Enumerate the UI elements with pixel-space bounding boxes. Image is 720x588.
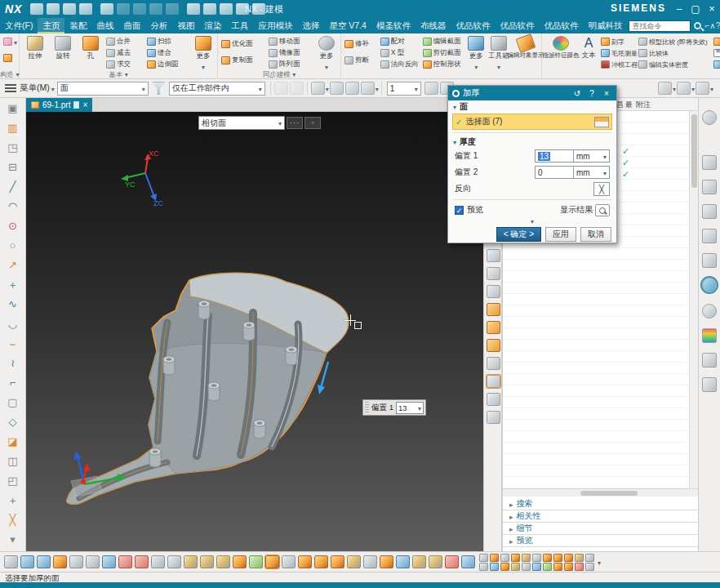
revolve-tool-icon[interactable]: ◳	[4, 140, 22, 158]
face-mode-icon[interactable]	[265, 555, 279, 568]
assign-feature-color-button[interactable]: 指派特征颜色	[544, 34, 578, 60]
paste-icon[interactable]	[166, 3, 179, 15]
section-view-icon[interactable]	[249, 555, 263, 568]
group-label-basic[interactable]: 基本	[20, 70, 217, 79]
mini-icon[interactable]	[543, 563, 552, 571]
dialog-help-icon[interactable]	[586, 89, 598, 98]
select-all-icon[interactable]	[274, 82, 288, 95]
show-hide-eye-icon[interactable]	[487, 375, 500, 388]
constraint-navigator-icon[interactable]	[702, 180, 717, 194]
assembly-navigator-icon[interactable]	[702, 155, 717, 170]
feature-tool-icon-4[interactable]	[487, 303, 500, 316]
trim-tool-icon[interactable]	[429, 555, 442, 568]
profile-icon[interactable]: ⌐	[4, 375, 22, 393]
tab-selection[interactable]: 选择	[297, 18, 324, 33]
move-face-button[interactable]: 移动面	[267, 36, 314, 47]
pencil-tool-icon[interactable]	[4, 555, 18, 568]
point-icon[interactable]: ＋	[4, 277, 22, 295]
refresh-strip-icon[interactable]	[487, 411, 500, 424]
preview-checkbox[interactable]	[455, 206, 464, 215]
sphere-tool-icon[interactable]	[233, 555, 247, 568]
pattern-face-button[interactable]: 阵列面	[267, 59, 314, 70]
command-finder-input[interactable]	[629, 20, 691, 32]
search-icon[interactable]	[694, 22, 701, 29]
window-select-icon[interactable]	[361, 82, 375, 95]
thickness-section-header[interactable]: 厚度	[448, 136, 616, 148]
part-tab[interactable]: 69-1.prt ×	[26, 98, 92, 112]
section-dependencies[interactable]: 相关性	[503, 510, 698, 523]
mini-icon[interactable]	[479, 554, 488, 562]
thicken-tool-icon[interactable]	[298, 555, 312, 568]
navigator-vscrollbar[interactable]	[689, 111, 698, 488]
datum-point-icon[interactable]: ＋	[4, 492, 22, 510]
control-shape-button[interactable]: 控制形状	[421, 59, 467, 70]
clip-section-button[interactable]: 剪切截面	[421, 47, 467, 59]
layer-settings2-icon[interactable]	[216, 555, 230, 568]
tab-view[interactable]: 视图	[172, 18, 199, 33]
mini-icon[interactable]	[543, 554, 552, 562]
reverse-normal-button[interactable]: 法向反向	[379, 59, 421, 70]
x-form-button[interactable]: X 型	[379, 47, 421, 59]
arc-icon[interactable]: ◠	[4, 198, 22, 216]
navigator-hscrollbar[interactable]	[503, 488, 698, 497]
minimize-ribbon-icon[interactable]: ∧	[709, 18, 715, 33]
die-engineering-button[interactable]: 冲模工程	[599, 59, 637, 70]
feature-tool-icon-3[interactable]	[487, 285, 500, 298]
mini-icon[interactable]	[575, 563, 584, 571]
part-navigator-icon[interactable]	[702, 204, 717, 219]
basic-more-button[interactable]: 更多	[191, 34, 216, 71]
tab-mingwei[interactable]: 明威科技	[583, 18, 627, 33]
help-icon[interactable]: ?	[716, 18, 720, 33]
show-result-button[interactable]	[595, 204, 610, 216]
toolbar-overflow-icon[interactable]	[598, 557, 601, 567]
face-icon[interactable]: ◰	[4, 473, 22, 491]
mini-icon[interactable]	[564, 563, 573, 571]
surface-more-button[interactable]: 更多	[466, 34, 486, 71]
options-caret-icon[interactable]	[304, 117, 321, 129]
bounded-plane-icon[interactable]	[347, 555, 361, 568]
feature-tool-icon-2[interactable]	[487, 267, 500, 280]
show-hide-icon[interactable]	[345, 82, 359, 95]
mini-icon[interactable]	[532, 554, 541, 562]
dialog-collapse-caret[interactable]	[448, 217, 616, 225]
mini-icon[interactable]	[585, 554, 594, 562]
mini-icon[interactable]	[479, 563, 488, 571]
color-palette-icon[interactable]	[702, 328, 717, 343]
cut-icon[interactable]	[133, 3, 146, 15]
intersect-button[interactable]: 求交	[104, 59, 145, 70]
tab-analysis[interactable]: 分析	[145, 18, 172, 33]
mirror-face-button[interactable]: 镜像面	[267, 47, 314, 59]
clipboard-tools-icon[interactable]	[658, 82, 672, 95]
saved-view-icon[interactable]	[151, 555, 165, 568]
copy-face-button[interactable]: 复制面	[220, 52, 267, 69]
feature-tool-icon-1[interactable]	[487, 249, 500, 262]
copy-icon[interactable]	[149, 3, 162, 15]
reuse-library-icon[interactable]	[702, 229, 717, 243]
move-component-icon[interactable]	[102, 555, 116, 568]
tab-render[interactable]: 渲染	[199, 18, 226, 33]
window-tools-icon[interactable]	[696, 82, 709, 95]
split-tool-icon[interactable]	[445, 555, 459, 568]
reset-icon[interactable]	[571, 89, 583, 98]
open-file-icon[interactable]	[47, 3, 60, 15]
mini-icon[interactable]	[490, 554, 499, 562]
csys-tool-icon[interactable]	[135, 555, 149, 568]
type-filter-dropdown[interactable]: 面	[57, 82, 149, 96]
repeat-command-icon[interactable]	[187, 3, 200, 15]
sweep-button[interactable]: 扫掠	[145, 36, 191, 47]
closed-curve-icon[interactable]: ◇	[4, 414, 22, 432]
mini-icon[interactable]	[585, 563, 594, 571]
mini-icon[interactable]	[553, 554, 562, 562]
scale-tool-icon[interactable]	[461, 555, 475, 568]
spline-icon[interactable]: ∿	[4, 296, 22, 314]
boundary-icon[interactable]: ▢	[4, 394, 22, 412]
tab-file[interactable]: 文件(F)	[0, 18, 38, 33]
sketch-curve-button[interactable]	[2, 52, 17, 64]
maximize-button[interactable]: ▢	[687, 0, 704, 18]
tab-mosheng[interactable]: 模圣软件	[371, 18, 416, 33]
mini-icon[interactable]	[511, 554, 520, 562]
filter-list-icon[interactable]	[311, 82, 325, 95]
close-button[interactable]: ×	[704, 0, 720, 18]
tab-tools[interactable]: 工具	[226, 18, 253, 33]
measure-icon[interactable]	[167, 555, 181, 568]
